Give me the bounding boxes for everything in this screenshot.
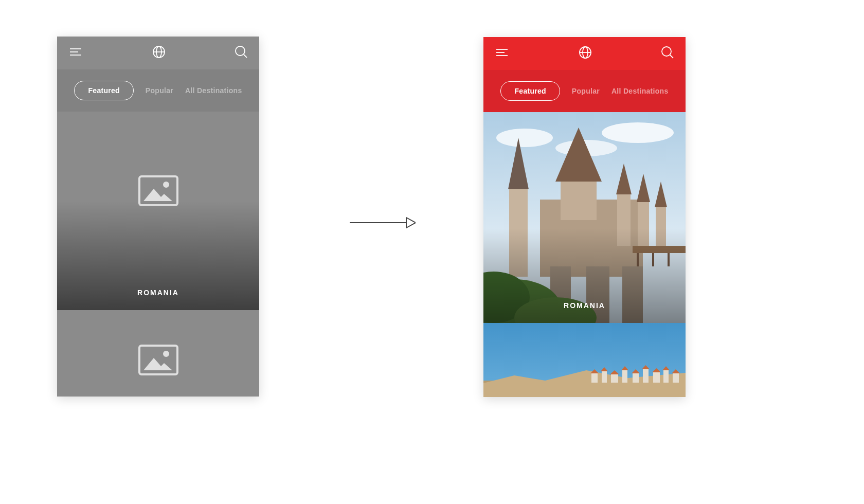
tab-featured[interactable]: Featured [74,81,134,100]
tab-all-destinations[interactable]: All Destinations [185,86,242,95]
svg-line-9 [244,55,247,58]
wireframe-screen: Featured Popular All Destinations ROMANI… [57,37,259,397]
svg-rect-52 [591,373,598,383]
menu-icon[interactable] [495,45,509,62]
svg-point-26 [602,122,674,143]
final-screen: Featured Popular All Destinations [483,37,686,397]
tab-popular[interactable]: Popular [572,87,600,95]
svg-rect-60 [673,373,679,383]
svg-marker-12 [143,189,172,201]
destination-card[interactable]: ROMANIA [483,112,686,323]
svg-rect-59 [663,370,669,383]
svg-rect-56 [633,373,639,383]
card-title: ROMANIA [57,289,259,297]
transition-arrow [349,215,416,230]
tab-popular[interactable]: Popular [146,86,173,95]
destination-image [483,323,686,397]
image-placeholder-icon [138,345,178,375]
svg-point-25 [496,129,553,147]
destination-card[interactable] [57,310,259,397]
svg-rect-57 [643,369,649,383]
topbar [57,37,259,69]
svg-point-22 [662,47,671,56]
card-title: ROMANIA [483,301,686,310]
svg-rect-31 [561,179,597,220]
content-area: ROMANIA [483,112,686,397]
menu-icon[interactable] [68,45,83,61]
topbar [483,37,686,70]
svg-marker-1 [406,218,416,228]
destination-card[interactable] [483,323,686,397]
svg-marker-15 [143,358,172,370]
arrow-icon [349,215,416,230]
search-icon[interactable] [661,46,674,61]
search-icon[interactable] [235,45,248,61]
content-area: ROMANIA [57,112,259,397]
tab-all-destinations[interactable]: All Destinations [611,87,669,95]
svg-point-11 [163,182,169,188]
destination-card[interactable]: ROMANIA [57,112,259,310]
tab-featured[interactable]: Featured [500,81,560,101]
svg-line-23 [670,55,673,58]
tabs-bar: Featured Popular All Destinations [483,70,686,112]
globe-icon[interactable] [152,45,166,61]
svg-point-8 [236,46,245,56]
svg-rect-54 [611,374,618,383]
svg-point-14 [163,351,169,357]
globe-icon[interactable] [579,46,592,61]
svg-rect-55 [622,370,627,383]
svg-rect-53 [602,371,607,383]
svg-rect-58 [653,372,660,383]
tabs-bar: Featured Popular All Destinations [57,69,259,112]
